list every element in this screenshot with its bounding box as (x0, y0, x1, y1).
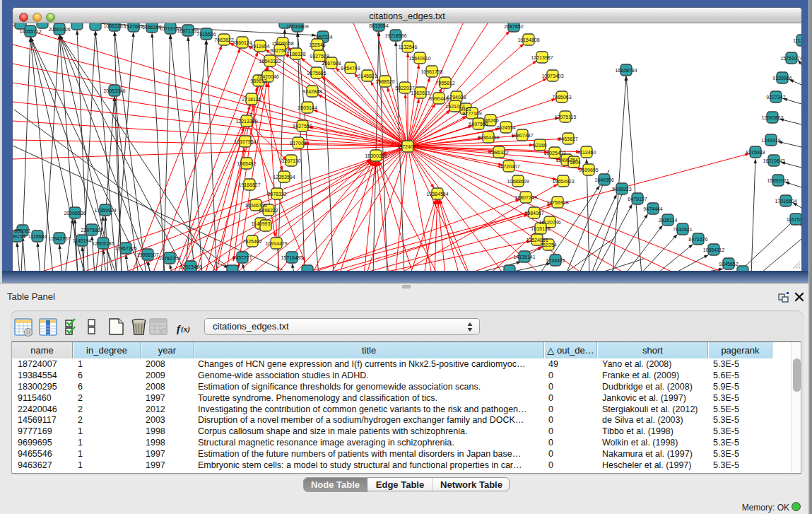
svg-text:18724007: 18724007 (396, 144, 418, 149)
svg-text:7625402: 7625402 (242, 239, 261, 244)
svg-text:132546: 132546 (309, 42, 325, 47)
svg-text:8454749: 8454749 (341, 66, 360, 71)
svg-text:15226058: 15226058 (271, 41, 293, 46)
svg-text:19958107: 19958107 (136, 252, 158, 257)
svg-text:5822037: 5822037 (395, 86, 414, 90)
svg-text:1112436: 1112436 (793, 38, 801, 43)
svg-text:15716485: 15716485 (281, 255, 302, 260)
svg-text:8427552: 8427552 (293, 124, 312, 129)
svg-text:13524851: 13524851 (526, 238, 548, 243)
svg-text:20364436: 20364436 (477, 135, 499, 140)
svg-text:15720407: 15720407 (498, 164, 519, 169)
svg-text:12213987: 12213987 (531, 55, 553, 60)
svg-text:6479197: 6479197 (628, 197, 647, 201)
svg-text:9113460: 9113460 (577, 150, 596, 155)
svg-text:(x): (x) (181, 325, 190, 334)
svg-text:16914479: 16914479 (265, 241, 287, 246)
svg-text:16671355: 16671355 (177, 28, 199, 33)
svg-text:7515526: 7515526 (196, 32, 216, 37)
svg-text:8471676: 8471676 (688, 237, 707, 242)
svg-text:9245652: 9245652 (719, 262, 738, 267)
svg-text:17957225: 17957225 (114, 246, 136, 251)
svg-text:75804: 75804 (567, 160, 581, 165)
svg-text:16033809: 16033809 (286, 24, 308, 29)
svg-text:10973493: 10973493 (541, 74, 563, 78)
svg-text:7986322: 7986322 (489, 150, 508, 155)
svg-text:1132546: 1132546 (399, 45, 418, 49)
svg-text:16154808: 16154808 (517, 37, 539, 42)
svg-text:19166827: 19166827 (238, 182, 260, 187)
svg-text:10653267: 10653267 (103, 23, 125, 28)
svg-text:18807249: 18807249 (514, 195, 536, 200)
svg-text:7955812: 7955812 (435, 81, 454, 86)
svg-text:16543382: 16543382 (259, 59, 281, 64)
svg-text:10025433: 10025433 (543, 151, 565, 156)
svg-text:2935114: 2935114 (659, 218, 678, 223)
svg-text:10107554: 10107554 (234, 139, 256, 144)
svg-text:6794028: 6794028 (447, 95, 466, 100)
svg-text:16046766: 16046766 (245, 203, 266, 208)
svg-text:1640956: 1640956 (594, 177, 613, 182)
svg-text:7632621: 7632621 (673, 227, 692, 232)
svg-text:8912954: 8912954 (250, 44, 269, 49)
svg-text:1965492: 1965492 (237, 161, 256, 166)
svg-text:10961758: 10961758 (420, 69, 442, 74)
svg-text:17016504: 17016504 (775, 199, 796, 204)
svg-text:12942757: 12942757 (48, 236, 70, 241)
svg-text:1733426: 1733426 (546, 258, 565, 263)
svg-text:8990448: 8990448 (429, 96, 448, 101)
svg-text:1244419: 1244419 (761, 138, 780, 143)
svg-text:16648784: 16648784 (615, 68, 637, 73)
svg-text:19218586: 19218586 (384, 33, 406, 38)
svg-text:1527602: 1527602 (124, 24, 143, 29)
svg-text:2803144: 2803144 (298, 105, 317, 110)
svg-text:9327508: 9327508 (310, 54, 329, 59)
svg-text:8186328: 8186328 (286, 52, 305, 57)
svg-text:8878332: 8878332 (267, 192, 286, 197)
svg-text:10807487: 10807487 (511, 133, 533, 138)
svg-text:817004: 817004 (290, 141, 306, 146)
svg-text:19756928: 19756928 (546, 200, 568, 205)
svg-text:1145194: 1145194 (73, 238, 92, 243)
svg-text:19654923: 19654923 (552, 179, 574, 184)
svg-text:12093862: 12093862 (761, 115, 783, 120)
svg-text:3875685: 3875685 (307, 71, 326, 76)
svg-text:2087652: 2087652 (504, 24, 523, 29)
svg-text:15640910: 15640910 (408, 56, 430, 61)
svg-text:3267130: 3267130 (281, 158, 300, 163)
svg-text:12923466: 12923466 (180, 264, 201, 269)
svg-text:9242848: 9242848 (302, 89, 322, 94)
svg-text:12213389: 12213389 (235, 119, 257, 124)
svg-text:9329966: 9329966 (772, 76, 792, 81)
svg-text:1615132: 1615132 (531, 226, 550, 231)
svg-text:9474444: 9474444 (643, 206, 662, 211)
svg-text:2867608: 2867608 (322, 61, 341, 66)
svg-text:8813054: 8813054 (369, 23, 388, 28)
svg-text:252254: 252254 (540, 243, 556, 247)
svg-text:5938923: 5938923 (612, 187, 631, 192)
svg-text:989613: 989613 (250, 78, 266, 83)
svg-text:20206536: 20206536 (64, 211, 86, 216)
svg-text:12975115: 12975115 (555, 115, 577, 119)
svg-text:7857224: 7857224 (313, 35, 332, 40)
svg-text:19384554: 19384554 (426, 192, 448, 197)
svg-text:9463627: 9463627 (558, 136, 577, 141)
svg-text:9777169: 9777169 (462, 111, 481, 116)
svg-text:62160: 62160 (533, 143, 547, 148)
svg-text:12353594: 12353594 (273, 175, 295, 180)
svg-text:20691406: 20691406 (48, 27, 70, 32)
svg-text:22420046: 22420046 (257, 74, 278, 79)
svg-text:16120746: 16120746 (539, 220, 560, 225)
svg-text:9084067: 9084067 (524, 211, 543, 216)
svg-text:17359924: 17359924 (94, 208, 116, 213)
svg-text:14136141: 14136141 (513, 255, 535, 259)
svg-text:15751074: 15751074 (780, 56, 801, 61)
svg-text:7485063: 7485063 (552, 95, 571, 100)
svg-text:9860124: 9860124 (233, 40, 252, 45)
svg-text:8215938: 8215938 (746, 150, 765, 155)
svg-text:9699695: 9699695 (579, 168, 598, 173)
svg-text:1140993: 1140993 (252, 221, 271, 226)
svg-text:746266: 746266 (482, 118, 498, 123)
svg-text:2718126: 2718126 (242, 97, 261, 102)
svg-text:1362615: 1362615 (411, 90, 430, 95)
